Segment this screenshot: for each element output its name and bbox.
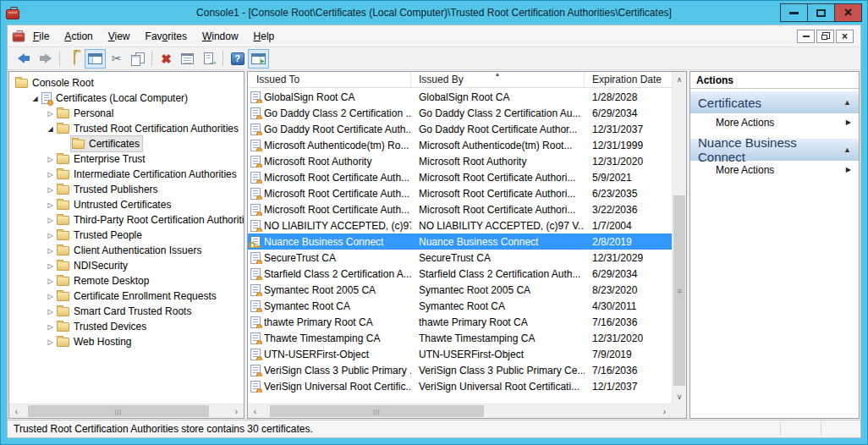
certificate-row[interactable]: Microsoft Root Certificate Auth... Micro… <box>248 169 672 185</box>
tree-horizontal-scrollbar[interactable]: ‹ ||| › <box>9 404 244 418</box>
certificate-row[interactable]: GlobalSign Root CA GlobalSign Root CA 1/… <box>248 89 672 105</box>
scroll-track[interactable]: ||| <box>262 404 657 418</box>
child-minimize-button[interactable] <box>797 30 815 43</box>
certificate-row[interactable]: Symantec Root CA Symantec Root CA 4/30/2… <box>248 298 672 314</box>
tree-item[interactable]: Untrusted Certificates <box>9 197 244 212</box>
tree-expander-icon[interactable] <box>45 156 56 163</box>
tree-expander-icon[interactable] <box>30 95 41 102</box>
tree-expander-icon[interactable] <box>45 125 56 133</box>
child-restore-button[interactable] <box>816 30 834 43</box>
tree-item[interactable]: Certificate Enrollment Requests <box>9 288 244 304</box>
scroll-thumb[interactable]: ||| <box>270 405 483 417</box>
tree-expander-icon[interactable] <box>45 293 56 300</box>
maximize-button[interactable] <box>807 3 835 22</box>
certificate-row[interactable]: Symantec Root 2005 CA Symantec Root 2005… <box>248 282 672 298</box>
tree-expander-icon[interactable] <box>45 308 56 316</box>
scroll-thumb[interactable]: ||| <box>28 405 209 417</box>
scroll-down-icon[interactable]: ∨ <box>673 389 686 404</box>
tree-expander-icon[interactable] <box>45 186 56 194</box>
properties-button[interactable] <box>177 49 198 69</box>
scroll-left-icon[interactable]: ‹ <box>248 404 262 418</box>
tree-item[interactable]: Third-Party Root Certification Authoriti… <box>9 212 244 228</box>
scroll-up-icon[interactable]: ∧ <box>673 72 686 86</box>
tree-expander-icon[interactable] <box>45 232 56 239</box>
tree-item[interactable]: Trusted Devices <box>9 319 244 334</box>
actions-section-header[interactable]: Nuance Business Connect▲ <box>690 139 859 161</box>
scroll-thumb[interactable]: ≡ <box>673 195 685 387</box>
certificate-row[interactable]: Thawte Timestamping CA Thawte Timestampi… <box>248 330 672 346</box>
collapse-section-icon[interactable]: ▲ <box>843 98 851 107</box>
tree-expander-icon[interactable] <box>45 323 56 331</box>
tree-item-label: Intermediate Certification Authorities <box>74 168 237 180</box>
tree-item[interactable]: Trusted Publishers <box>9 182 244 197</box>
more-actions-item[interactable]: More Actions▶ <box>690 113 859 131</box>
certificate-row[interactable]: Nuance Business Connect Nuance Business … <box>248 233 672 250</box>
tree-expander-icon[interactable] <box>45 110 56 118</box>
child-close-button[interactable]: × <box>836 30 854 43</box>
column-header-issued-by[interactable]: ▲Issued By <box>411 72 585 87</box>
scroll-right-icon[interactable]: › <box>229 404 244 418</box>
tree-item[interactable]: Remote Desktop <box>9 273 244 288</box>
menu-item[interactable]: Favorites <box>138 27 195 46</box>
forward-button[interactable] <box>35 49 56 69</box>
cut-button[interactable]: ✂ <box>106 49 127 69</box>
menu-item[interactable]: View <box>101 27 138 46</box>
up-one-level-button[interactable]: ↑ <box>63 49 85 69</box>
certificate-row[interactable]: Microsoft Root Certificate Auth... Micro… <box>248 201 672 217</box>
tree-item[interactable]: Trusted Root Certification Authorities <box>9 121 244 136</box>
certificate-row[interactable]: Starfield Class 2 Certification A... Sta… <box>248 266 672 282</box>
tree-item[interactable]: NDISecurity <box>9 258 244 273</box>
certificate-row[interactable]: thawte Primary Root CA thawte Primary Ro… <box>248 314 672 330</box>
minimize-button[interactable] <box>780 3 808 22</box>
tree-item[interactable]: Personal <box>9 106 244 121</box>
back-button[interactable] <box>14 49 35 69</box>
tree-expander-icon[interactable] <box>45 171 56 179</box>
tree-item[interactable]: Console Root <box>9 75 244 91</box>
certificate-row[interactable]: UTN-USERFirst-Object UTN-USERFirst-Objec… <box>248 346 672 362</box>
menu-item[interactable]: Help <box>246 27 283 46</box>
certificate-row[interactable]: Microsoft Root Authority Microsoft Root … <box>248 153 672 169</box>
certificate-row[interactable]: Microsoft Authenticode(tm) Ro... Microso… <box>248 137 672 153</box>
column-header-expiration-date[interactable]: Expiration Date <box>585 72 672 87</box>
certificate-row[interactable]: Microsoft Root Certificate Auth... Micro… <box>248 185 672 201</box>
show-hide-console-tree-button[interactable] <box>85 49 106 69</box>
tree-expander-icon[interactable] <box>45 277 56 285</box>
scroll-left-icon[interactable]: ‹ <box>9 404 24 418</box>
tree-expander-icon[interactable] <box>45 338 56 346</box>
certificate-row[interactable]: Go Daddy Class 2 Certification ... Go Da… <box>248 105 672 121</box>
certificate-row[interactable]: VeriSign Universal Root Certific... Veri… <box>248 378 672 394</box>
tree-expander-icon[interactable] <box>45 201 56 209</box>
collapse-section-icon[interactable]: ▲ <box>843 146 851 154</box>
tree-expander-icon[interactable] <box>45 262 56 270</box>
menu-item[interactable]: Action <box>57 27 100 46</box>
certificate-row[interactable]: Go Daddy Root Certificate Auth... Go Dad… <box>248 121 672 137</box>
export-list-button[interactable]: → <box>198 49 219 69</box>
delete-button[interactable]: ✖ <box>156 49 177 69</box>
column-header-issued-to[interactable]: Issued To <box>248 72 411 87</box>
tree-item[interactable]: Enterprise Trust <box>9 151 244 167</box>
tree-item[interactable]: Certificates (Local Computer) <box>9 91 244 106</box>
tree-expander-icon[interactable] <box>45 217 56 224</box>
menu-item[interactable]: File <box>25 27 57 46</box>
tree-item[interactable]: Trusted People <box>9 228 244 243</box>
certificate-row[interactable]: NO LIABILITY ACCEPTED, (c)97 ... NO LIAB… <box>248 217 672 233</box>
scroll-track[interactable]: ≡ <box>673 86 686 389</box>
tree-item[interactable]: Smart Card Trusted Roots <box>9 304 244 319</box>
close-button[interactable]: × <box>834 3 862 22</box>
list-horizontal-scrollbar[interactable]: ‹ ||| › <box>248 404 672 418</box>
copy-button[interactable] <box>127 49 148 69</box>
tree-item[interactable]: Certificates <box>9 136 244 151</box>
tree-item[interactable]: Intermediate Certification Authorities <box>9 167 244 182</box>
tree-item[interactable]: Client Authentication Issuers <box>9 243 244 258</box>
scroll-track[interactable]: ||| <box>24 404 229 418</box>
tree-item[interactable]: Web Hosting <box>9 334 244 349</box>
list-vertical-scrollbar[interactable]: ∧ ≡ ∨ <box>672 72 686 404</box>
actions-section-header[interactable]: Certificates▲ <box>690 91 859 113</box>
certificate-row[interactable]: VeriSign Class 3 Public Primary ... Veri… <box>248 362 672 378</box>
help-button[interactable]: ? <box>227 49 248 69</box>
menu-item[interactable]: Window <box>195 27 246 46</box>
show-hide-action-pane-button[interactable] <box>248 49 269 69</box>
certificate-row[interactable]: SecureTrust CA SecureTrust CA 12/31/2029 <box>248 250 672 266</box>
scroll-right-icon[interactable]: › <box>657 404 672 418</box>
tree-expander-icon[interactable] <box>45 247 56 255</box>
